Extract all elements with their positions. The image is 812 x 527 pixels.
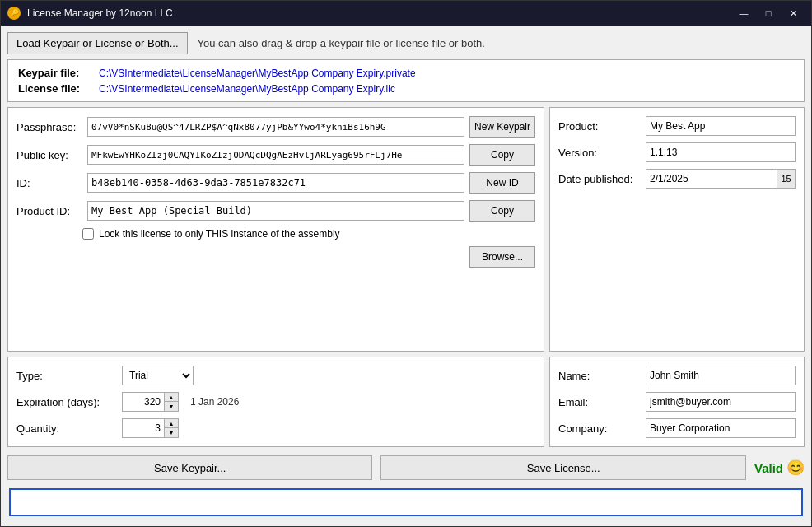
bottom-right-panel: Name: Email: Company: [549, 357, 805, 447]
minimize-button[interactable]: — [732, 4, 755, 22]
bottom-left-panel: Type: Trial Full Evaluation Expiration (… [7, 357, 544, 447]
name-label: Name: [558, 370, 641, 382]
valid-label: Valid [754, 461, 783, 475]
keypair-label: Keypair file: [18, 67, 92, 79]
pubkey-row: Public key: Copy [16, 144, 535, 166]
new-id-button[interactable]: New ID [469, 172, 535, 194]
lock-checkbox[interactable] [82, 228, 94, 240]
keypair-path: C:\VSIntermediate\LicenseManager\MyBestA… [99, 68, 416, 79]
main-window: 🔑 License Manager by 12noon LLC — □ ✕ Lo… [0, 0, 812, 527]
save-keypair-button[interactable]: Save Keypair... [7, 455, 372, 480]
action-bar: Save Keypair... Save License... Valid 😊 [7, 452, 805, 483]
product-label: Product: [558, 120, 641, 133]
restore-button[interactable]: □ [757, 4, 780, 22]
pubkey-label: Public key: [16, 149, 82, 161]
name-input[interactable] [646, 366, 796, 385]
valid-indicator: Valid 😊 [754, 459, 805, 477]
lock-label: Lock this license to only THIS instance … [99, 228, 340, 240]
titlebar: 🔑 License Manager by 12noon LLC — □ ✕ [1, 1, 811, 26]
id-input[interactable] [87, 173, 464, 193]
copy-pubkey-button[interactable]: Copy [469, 144, 535, 166]
copy-productid-button[interactable]: Copy [469, 200, 535, 222]
company-label: Company: [558, 422, 641, 435]
expiration-label: Expiration (days): [16, 396, 115, 408]
passphrase-label: Passphrase: [16, 121, 82, 133]
left-panel: Passphrase: New Keypair Public key: Copy… [7, 107, 544, 352]
type-select[interactable]: Trial Full Evaluation [122, 366, 194, 385]
quantity-spinbox-buttons: ▲ ▼ [164, 419, 178, 437]
expiration-row: Expiration (days): ▲ ▼ 1 Jan 2026 [16, 392, 535, 412]
productid-row: Product ID: Copy [16, 200, 535, 222]
pubkey-input[interactable] [87, 145, 464, 165]
version-row: Version: [558, 142, 796, 162]
email-row: Email: [558, 392, 796, 412]
date-input[interactable] [646, 171, 777, 186]
date-input-wrap: 15 [646, 169, 796, 189]
productid-input[interactable] [87, 201, 464, 221]
id-label: ID: [16, 177, 82, 189]
date-label: Date published: [558, 173, 641, 185]
main-row: Passphrase: New Keypair Public key: Copy… [7, 107, 805, 352]
expiration-date: 1 Jan 2026 [190, 396, 239, 408]
license-row: License file: C:\VSIntermediate\LicenseM… [18, 82, 794, 95]
right-panel: Product: Version: Date published: 15 [549, 107, 805, 352]
license-label: License file: [18, 82, 92, 95]
company-input[interactable] [646, 418, 796, 438]
type-label: Type: [16, 370, 115, 382]
quantity-row: Quantity: ▲ ▼ [16, 418, 535, 438]
smiley-icon: 😊 [786, 459, 805, 477]
productid-label: Product ID: [16, 205, 82, 217]
id-row: ID: New ID [16, 172, 535, 194]
drag-hint: You can also drag & drop a keypair file … [198, 37, 485, 49]
lock-row: Lock this license to only THIS instance … [16, 228, 535, 240]
quantity-spin-down[interactable]: ▼ [165, 428, 178, 437]
top-bar: Load Keypair or License or Both... You c… [7, 32, 805, 54]
email-input[interactable] [646, 392, 796, 412]
window-controls: — □ ✕ [732, 4, 805, 22]
content-area: Load Keypair or License or Both... You c… [1, 26, 811, 526]
quantity-spinbox: ▲ ▼ [122, 418, 179, 438]
bottom-row: Type: Trial Full Evaluation Expiration (… [7, 357, 805, 447]
name-row: Name: [558, 366, 796, 385]
app-icon: 🔑 [7, 7, 21, 20]
keypair-row: Keypair file: C:\VSIntermediate\LicenseM… [18, 67, 794, 79]
blue-bottom-bar [9, 488, 803, 516]
version-input[interactable] [646, 142, 796, 162]
version-label: Version: [558, 147, 641, 159]
email-label: Email: [558, 396, 641, 408]
close-button[interactable]: ✕ [782, 4, 805, 22]
new-keypair-button[interactable]: New Keypair [469, 116, 535, 138]
passphrase-row: Passphrase: New Keypair [16, 116, 535, 138]
expiration-spin-up[interactable]: ▲ [165, 393, 178, 402]
quantity-input[interactable] [123, 421, 164, 436]
save-license-button[interactable]: Save License... [380, 455, 745, 480]
license-path: C:\VSIntermediate\LicenseManager\MyBestA… [99, 83, 395, 95]
window-title: License Manager by 12noon LLC [27, 7, 732, 19]
browse-row: Browse... [16, 246, 535, 268]
date-row: Date published: 15 [558, 169, 796, 189]
quantity-label: Quantity: [16, 422, 115, 435]
expiration-spinbox: ▲ ▼ [122, 392, 179, 412]
load-button[interactable]: Load Keypair or License or Both... [7, 32, 188, 54]
product-input[interactable] [646, 116, 796, 136]
expiration-input[interactable] [123, 394, 164, 409]
quantity-spin-up[interactable]: ▲ [165, 419, 178, 428]
type-row: Type: Trial Full Evaluation [16, 366, 535, 385]
passphrase-input[interactable] [87, 117, 464, 137]
product-row: Product: [558, 116, 796, 136]
calendar-button[interactable]: 15 [777, 170, 795, 188]
expiration-spinbox-buttons: ▲ ▼ [164, 393, 178, 411]
company-row: Company: [558, 418, 796, 438]
browse-button[interactable]: Browse... [469, 246, 535, 268]
expiration-spin-down[interactable]: ▼ [165, 402, 178, 411]
file-info-panel: Keypair file: C:\VSIntermediate\LicenseM… [7, 59, 805, 102]
